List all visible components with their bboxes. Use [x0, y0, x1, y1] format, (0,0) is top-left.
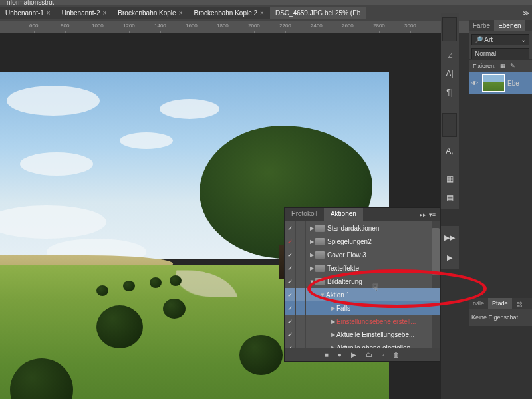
- disclosure-arrow-icon[interactable]: ▶: [330, 332, 336, 338]
- panel-menu-icon[interactable]: ▾≡: [429, 211, 436, 218]
- folder-icon: [315, 238, 325, 245]
- record-icon[interactable]: ●: [338, 351, 342, 358]
- actions-play-button[interactable]: ▶▶: [442, 230, 457, 245]
- actions-play-strip: ▶▶ ▶: [441, 226, 459, 269]
- actions-list[interactable]: ✓▶Standardaktionen✓▶Spiegelungen2✓▶Cover…: [285, 221, 440, 348]
- action-row[interactable]: ✓▶Texteffekte: [285, 261, 440, 275]
- tab-overflow-icon[interactable]: ≫: [520, 9, 532, 17]
- link-icon[interactable]: ⛓: [516, 301, 523, 308]
- disclosure-arrow-icon[interactable]: ▶: [309, 239, 315, 245]
- styles-icon[interactable]: [442, 113, 457, 137]
- tab-pfade[interactable]: Pfade: [488, 298, 512, 309]
- dialog-toggle[interactable]: [295, 261, 306, 275]
- options-bar: nformationsstrg.: [0, 0, 532, 5]
- check-icon[interactable]: ✓: [285, 344, 295, 348]
- check-icon[interactable]: ✓: [285, 318, 295, 325]
- actions-run-icon[interactable]: ▶: [442, 250, 457, 265]
- action-row[interactable]: ✓▶Cover Flow 3: [285, 248, 440, 261]
- stop-icon[interactable]: ■: [325, 351, 329, 358]
- folder-icon: [315, 225, 325, 232]
- dialog-toggle[interactable]: [295, 275, 306, 288]
- properties-message: Keine Eigenschaf: [469, 309, 532, 326]
- disclosure-arrow-icon[interactable]: ▶: [309, 265, 315, 271]
- check-icon[interactable]: ✓: [285, 265, 295, 272]
- collapse-icon[interactable]: ▸▸: [420, 211, 426, 218]
- check-icon[interactable]: ✓: [285, 305, 295, 312]
- visibility-icon[interactable]: 👁: [470, 80, 479, 87]
- action-row[interactable]: ✓▶Spiegelungen2: [285, 235, 440, 248]
- dialog-toggle[interactable]: [295, 248, 306, 261]
- tab-farbe[interactable]: Farbe: [469, 20, 494, 31]
- action-row[interactable]: ✓▶Standardaktionen: [285, 221, 440, 235]
- tab-dsc-4659[interactable]: DSC_4659.JPG bei 25% (Eb: [270, 7, 366, 19]
- close-icon[interactable]: ×: [103, 9, 107, 17]
- action-row[interactable]: ✓▶Falls: [285, 301, 440, 315]
- tab-brockenbahn-kopie[interactable]: Brockenbahn Kopie×: [112, 7, 188, 19]
- check-icon[interactable]: ✓: [285, 225, 295, 232]
- new-action-icon[interactable]: ▫: [382, 351, 384, 358]
- folder-icon: [315, 251, 325, 259]
- properties-panel: ⛓ näle Pfade Keine Eigenschaf: [469, 298, 532, 326]
- disclosure-arrow-icon[interactable]: ▶: [330, 345, 336, 348]
- disclosure-arrow-icon[interactable]: ▼: [309, 279, 315, 285]
- dialog-toggle[interactable]: [295, 301, 306, 315]
- layer-thumbnail[interactable]: [482, 74, 505, 92]
- check-icon[interactable]: ✓: [285, 331, 295, 338]
- new-set-icon[interactable]: 🗀: [366, 351, 372, 358]
- dialog-toggle[interactable]: [295, 235, 306, 248]
- action-row[interactable]: ✓▼Aktion 1: [285, 288, 440, 301]
- char-style-icon[interactable]: A,: [442, 144, 457, 158]
- close-icon[interactable]: ×: [260, 9, 264, 17]
- check-icon[interactable]: ✓: [285, 251, 295, 259]
- paragraph-icon[interactable]: ¶|: [442, 85, 457, 100]
- tab-protokoll[interactable]: Protokoll: [285, 208, 324, 221]
- dialog-toggle[interactable]: [295, 315, 306, 328]
- close-icon[interactable]: ×: [47, 9, 51, 17]
- dialog-toggle[interactable]: [295, 221, 306, 235]
- disclosure-arrow-icon[interactable]: ▶: [309, 252, 315, 258]
- action-row[interactable]: ✓▶Aktuelle Einstellungsebe...: [285, 328, 440, 341]
- chevron-down-icon: ⌄: [521, 36, 526, 43]
- lock-brush-icon[interactable]: ✎: [510, 63, 515, 69]
- dialog-toggle[interactable]: [295, 288, 306, 301]
- action-label: Texteffekte: [327, 265, 359, 272]
- action-label: Aktion 1: [326, 291, 350, 299]
- tab-kanaele[interactable]: näle: [469, 298, 488, 309]
- action-label: Falls: [336, 305, 350, 312]
- action-label: Aktuelle ebene einstellen: [336, 344, 410, 348]
- layers-panel: Farbe Ebenen 🔎 Art⌄ Normal Fixieren: ▦ ✎…: [469, 20, 532, 94]
- tab-brockenbahn-kopie-2[interactable]: Brockenbahn Kopie 2×: [188, 7, 269, 19]
- history-icon[interactable]: ▦: [442, 172, 457, 186]
- layer-filter-select[interactable]: 🔎 Art⌄: [471, 34, 529, 45]
- blend-mode-select[interactable]: Normal: [471, 48, 529, 59]
- check-icon[interactable]: ✓: [285, 238, 295, 245]
- tab-aktionen[interactable]: Aktionen: [324, 208, 363, 221]
- close-icon[interactable]: ×: [179, 9, 183, 17]
- dialog-toggle[interactable]: [295, 341, 306, 348]
- check-icon[interactable]: ✓: [285, 278, 295, 285]
- tab-unbenannt-1[interactable]: Unbenannt-1×: [0, 7, 57, 19]
- layer-row[interactable]: 👁 Ebe: [469, 72, 532, 94]
- action-row[interactable]: ✓▶Aktuelle ebene einstellen: [285, 341, 440, 348]
- tab-ebenen[interactable]: Ebenen: [494, 20, 525, 31]
- dialog-toggle[interactable]: [295, 328, 306, 341]
- check-icon[interactable]: ✓: [285, 291, 295, 299]
- action-row[interactable]: ✓▶Einstellungsebene erstell...: [285, 315, 440, 328]
- lock-transparent-icon[interactable]: ▦: [500, 63, 506, 69]
- color-swatch-icon[interactable]: [442, 17, 457, 41]
- tab-unbenannt-2[interactable]: Unbenannt-2×: [57, 7, 113, 19]
- disclosure-arrow-icon[interactable]: ▶: [309, 225, 315, 231]
- actions-footer: ■ ● ▶ 🗀 ▫ 🗑: [285, 348, 440, 361]
- action-label: Einstellungsebene erstell...: [336, 318, 416, 325]
- disclosure-arrow-icon[interactable]: ▶: [330, 319, 336, 325]
- disclosure-arrow-icon[interactable]: ▼: [319, 292, 326, 298]
- play-icon[interactable]: ▶: [351, 351, 356, 358]
- action-label: Standardaktionen: [327, 225, 379, 232]
- notes-icon[interactable]: ▤: [442, 190, 457, 205]
- right-tool-strip: ⟀ A| ¶| A, ▦ ▤: [441, 13, 459, 209]
- type-icon[interactable]: A|: [442, 66, 457, 81]
- action-row[interactable]: ✓▼Bildalterung: [285, 275, 440, 288]
- brush-preset-icon[interactable]: ⟀: [442, 48, 457, 63]
- trash-icon[interactable]: 🗑: [393, 351, 400, 358]
- disclosure-arrow-icon[interactable]: ▶: [330, 305, 336, 311]
